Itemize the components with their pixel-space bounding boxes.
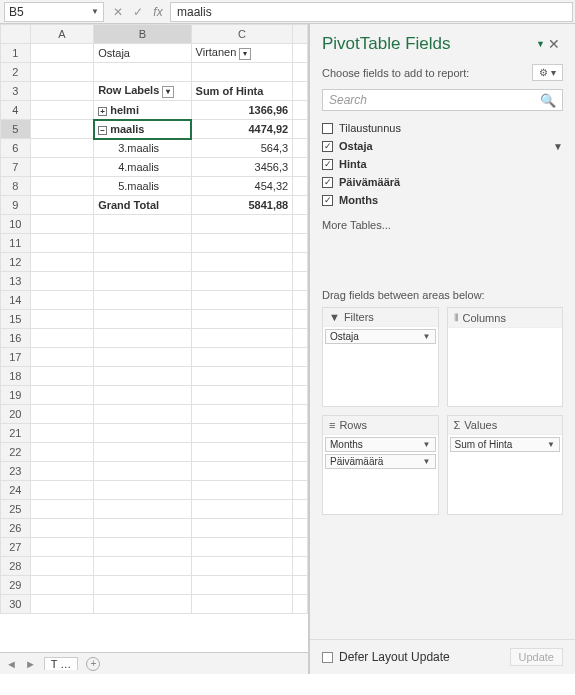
expand-icon[interactable]: +: [98, 107, 107, 116]
row-header[interactable]: 22: [1, 443, 31, 462]
area-pill-ostaja[interactable]: Ostaja▼: [325, 329, 436, 344]
close-icon[interactable]: ✕: [545, 36, 563, 52]
row-header[interactable]: 18: [1, 367, 31, 386]
row-header[interactable]: 24: [1, 481, 31, 500]
row-header[interactable]: 21: [1, 424, 31, 443]
filter-area-icon: ▼: [329, 311, 340, 323]
rows-area[interactable]: ≡Rows Months▼ Päivämäärä▼: [322, 415, 439, 515]
row-header[interactable]: 3: [1, 82, 31, 101]
field-item-paivamaara[interactable]: ✓Päivämäärä: [322, 173, 563, 191]
sheet-tab[interactable]: T …: [44, 657, 79, 670]
cell[interactable]: 5841,88: [191, 196, 293, 215]
checkbox-icon[interactable]: ✓: [322, 141, 333, 152]
cell[interactable]: 1366,96: [191, 101, 293, 120]
row-header[interactable]: 29: [1, 576, 31, 595]
row-header[interactable]: 2: [1, 63, 31, 82]
cell[interactable]: 5.maalis: [94, 177, 191, 196]
col-header-b[interactable]: B: [94, 25, 191, 44]
chevron-down-icon[interactable]: ▼: [91, 7, 99, 16]
formula-input[interactable]: maalis: [170, 2, 573, 22]
row-header[interactable]: 30: [1, 595, 31, 614]
col-header-c[interactable]: C: [191, 25, 293, 44]
row-header[interactable]: 17: [1, 348, 31, 367]
fx-icon[interactable]: fx: [148, 2, 168, 22]
pane-menu-icon[interactable]: ▼: [536, 39, 545, 49]
filter-icon: ▼: [553, 141, 563, 152]
row-header[interactable]: 12: [1, 253, 31, 272]
select-all-corner[interactable]: [1, 25, 31, 44]
row-header[interactable]: 4: [1, 101, 31, 120]
row-header[interactable]: 15: [1, 310, 31, 329]
cell[interactable]: Row Labels ▾: [94, 82, 191, 101]
values-area[interactable]: ΣValues Sum of Hinta▼: [447, 415, 564, 515]
tab-nav-next-icon[interactable]: ►: [25, 658, 36, 670]
cell[interactable]: 3.maalis: [94, 139, 191, 158]
grid[interactable]: A B C 1 Ostaja Virtanen ▾ 2 3 Row Labels…: [0, 24, 308, 652]
row-header[interactable]: 19: [1, 386, 31, 405]
cell[interactable]: 564,3: [191, 139, 293, 158]
cell[interactable]: 3456,3: [191, 158, 293, 177]
row-header[interactable]: 13: [1, 272, 31, 291]
sheet-tab-bar: ◄ ► T … +: [0, 652, 308, 674]
filters-area[interactable]: ▼Filters Ostaja▼: [322, 307, 439, 407]
row-header[interactable]: 11: [1, 234, 31, 253]
row-header[interactable]: 9: [1, 196, 31, 215]
row-header[interactable]: 14: [1, 291, 31, 310]
col-header-a[interactable]: A: [30, 25, 94, 44]
cell[interactable]: Grand Total: [94, 196, 191, 215]
row-header[interactable]: 8: [1, 177, 31, 196]
row-header[interactable]: 25: [1, 500, 31, 519]
gear-icon[interactable]: ⚙ ▾: [532, 64, 563, 81]
collapse-icon[interactable]: −: [98, 126, 107, 135]
area-pill-months[interactable]: Months▼: [325, 437, 436, 452]
chevron-down-icon[interactable]: ▼: [423, 457, 431, 466]
checkbox-icon[interactable]: ✓: [322, 177, 333, 188]
defer-checkbox[interactable]: [322, 652, 333, 663]
chevron-down-icon[interactable]: ▼: [423, 332, 431, 341]
rows-area-icon: ≡: [329, 419, 335, 431]
checkbox-icon[interactable]: [322, 123, 333, 134]
field-item-hinta[interactable]: ✓Hinta: [322, 155, 563, 173]
cell[interactable]: Virtanen ▾: [191, 44, 293, 63]
cell[interactable]: 454,32: [191, 177, 293, 196]
update-button: Update: [510, 648, 563, 666]
search-input[interactable]: Search 🔍: [322, 89, 563, 111]
filter-dropdown-icon[interactable]: ▾: [162, 86, 174, 98]
row-header[interactable]: 27: [1, 538, 31, 557]
row-header[interactable]: 20: [1, 405, 31, 424]
row-header[interactable]: 6: [1, 139, 31, 158]
formula-bar: B5 ▼ ✕ ✓ fx maalis: [0, 0, 575, 24]
field-item-tilaustunnus[interactable]: Tilaustunnus: [322, 119, 563, 137]
tab-nav-prev-icon[interactable]: ◄: [6, 658, 17, 670]
chevron-down-icon[interactable]: ▼: [423, 440, 431, 449]
columns-area-icon: ⦀: [454, 311, 459, 324]
field-item-months[interactable]: ✓Months: [322, 191, 563, 209]
cell[interactable]: 4474,92: [191, 120, 293, 139]
name-box[interactable]: B5 ▼: [4, 2, 104, 22]
row-header[interactable]: 28: [1, 557, 31, 576]
field-item-ostaja[interactable]: ✓Ostaja▼: [322, 137, 563, 155]
row-header[interactable]: 10: [1, 215, 31, 234]
row-header[interactable]: 16: [1, 329, 31, 348]
name-box-value: B5: [9, 5, 24, 19]
row-header[interactable]: 5: [1, 120, 31, 139]
cell-selected[interactable]: − maalis: [94, 120, 191, 139]
new-sheet-button[interactable]: +: [86, 657, 100, 671]
cell[interactable]: 4.maalis: [94, 158, 191, 177]
row-header[interactable]: 1: [1, 44, 31, 63]
cell[interactable]: + helmi: [94, 101, 191, 120]
columns-area[interactable]: ⦀Columns: [447, 307, 564, 407]
cell[interactable]: Sum of Hinta: [191, 82, 293, 101]
row-header[interactable]: 26: [1, 519, 31, 538]
more-tables-link[interactable]: More Tables...: [310, 209, 575, 231]
row-header[interactable]: 7: [1, 158, 31, 177]
cell[interactable]: Ostaja: [94, 44, 191, 63]
area-pill-sum-hinta[interactable]: Sum of Hinta▼: [450, 437, 561, 452]
areas-label: Drag fields between areas below:: [310, 281, 575, 307]
checkbox-icon[interactable]: ✓: [322, 195, 333, 206]
checkbox-icon[interactable]: ✓: [322, 159, 333, 170]
area-pill-paivamaara[interactable]: Päivämäärä▼: [325, 454, 436, 469]
row-header[interactable]: 23: [1, 462, 31, 481]
chevron-down-icon[interactable]: ▼: [547, 440, 555, 449]
filter-dropdown-icon[interactable]: ▾: [239, 48, 251, 60]
